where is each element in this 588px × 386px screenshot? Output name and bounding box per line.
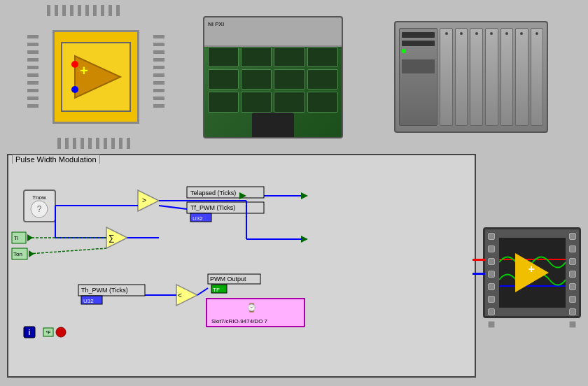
pin [127,138,130,149]
pin [153,96,164,100]
pin [65,138,69,149]
crio-module [440,28,453,126]
crio-front [399,28,438,126]
labview-panel: Pulse Width Modulation Tnow ? Telapsed (… [7,154,476,378]
pin [27,66,38,69]
circuit-chip [241,92,272,112]
pin [108,5,112,16]
crio-module [485,28,498,126]
sprocket [488,283,495,290]
pxi-label: NI PXI [208,21,224,27]
pin [153,73,164,77]
svg-text:U32: U32 [83,298,94,304]
chip-body: + [52,30,139,124]
pin [27,35,38,38]
film-inner: + [499,238,566,308]
pin [111,138,115,149]
pin [153,35,164,38]
svg-marker-39 [301,192,308,199]
svg-text:>: > [142,196,146,204]
circuit-chip [241,47,272,67]
svg-text:Th_PWM (Ticks): Th_PWM (Ticks) [81,287,128,294]
pin [27,50,38,54]
pxi-circuits [208,47,338,113]
pin [153,89,164,92]
film-sprockets-right [569,233,576,328]
circuit-chip [307,69,338,90]
diagram-svg: Tnow ? Telapsed (Ticks) Tf_PWM (Ticks) U… [8,166,475,376]
svg-point-60 [56,327,66,337]
crio-module [515,28,528,126]
sprocket [488,321,495,328]
crio-display [402,59,435,73]
pxi-connector [252,113,294,137]
pin [27,43,38,46]
svg-point-3 [71,86,78,93]
crio-module [470,28,483,126]
chip-inner: + [61,42,131,112]
crio-module [500,28,514,126]
chip-pins-bottom [57,138,130,149]
sprocket [569,308,576,315]
svg-text:U32: U32 [192,215,203,222]
svg-text:i: i [29,329,31,336]
svg-text:⌚: ⌚ [246,302,257,313]
fpga-chip: + [40,17,152,136]
sprocket [488,245,495,252]
sprocket [569,283,576,290]
pin [27,58,38,62]
pin [27,104,38,108]
chip-pins-left [27,35,38,108]
crio-status-led [402,49,406,53]
svg-text:TF: TF [213,287,220,293]
chip-pins-top [47,5,120,16]
chip-pins-right [153,35,164,108]
film-plus-icon: + [528,263,535,276]
pin [104,138,107,149]
circuit-chip [241,69,272,90]
pin [78,5,81,16]
pin [101,5,104,16]
circuit-chip [274,47,304,67]
panel-title: Pulse Width Modulation [12,155,100,164]
pin [116,5,120,16]
pxi-card: NI PXI [203,16,343,138]
pin [62,5,66,16]
pin [96,138,99,149]
circuit-chip [208,92,239,112]
film-icon: + [483,227,581,318]
circuit-chip [208,69,239,90]
sprocket [488,271,495,278]
svg-text:Ton: Ton [13,251,22,257]
svg-text:PWM Output: PWM Output [210,276,246,283]
sprocket [569,245,576,252]
svg-text:∑: ∑ [108,233,115,243]
bottom-section: Pulse Width Modulation Tnow ? Telapsed (… [0,154,588,385]
pin [85,5,89,16]
pin [70,5,74,16]
svg-text:Ti: Ti [14,235,19,241]
svg-text:*F: *F [46,330,51,335]
pin [93,5,97,16]
crio-module [455,28,468,126]
pin [55,5,58,16]
pin [80,138,84,149]
chip-symbol: + [64,49,127,105]
sprocket [569,321,576,328]
svg-text:Slot7/cRIO-9474/DO 7: Slot7/cRIO-9474/DO 7 [211,318,268,324]
sprocket [488,308,495,315]
pin [153,43,164,46]
circuit-chip [208,47,239,67]
sprocket [569,296,576,303]
svg-text:+: + [80,63,88,78]
film-left-wire-red [472,259,485,261]
svg-text:?: ? [37,204,42,214]
svg-text:Telapsed (Ticks): Telapsed (Ticks) [190,190,236,196]
circuit-chip [307,47,338,67]
crio-serial-port [402,41,435,46]
sprocket [569,233,576,240]
film-left-wire-blue [472,273,485,275]
pin [73,138,76,149]
film-sprockets-left [488,233,495,328]
circuit-chip [307,92,338,112]
